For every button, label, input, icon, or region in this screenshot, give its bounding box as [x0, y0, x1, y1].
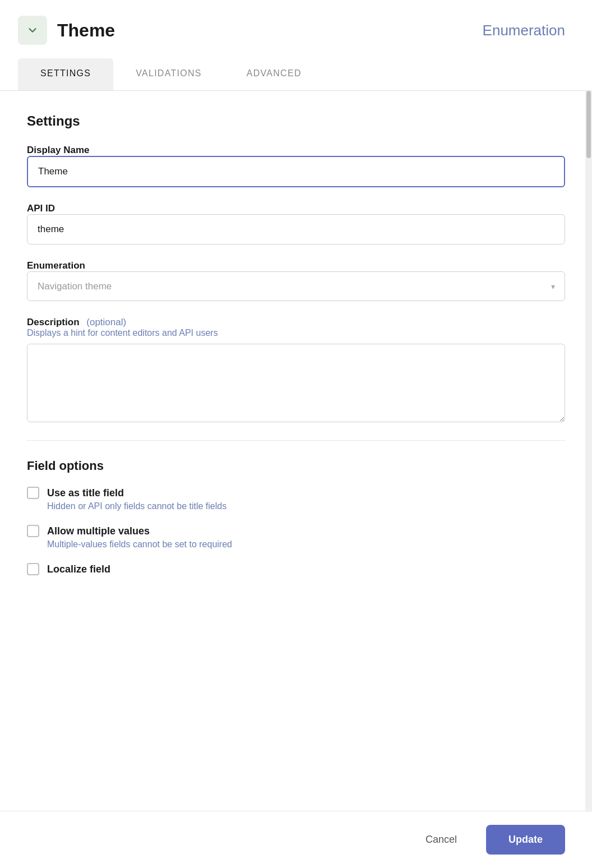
tab-bar: SETTINGS VALIDATIONS ADVANCED	[0, 58, 592, 91]
localize-label: Localize field	[47, 564, 110, 575]
allow-multiple-option: Allow multiple values Multiple-values fi…	[27, 525, 565, 550]
allow-multiple-label: Allow multiple values	[47, 525, 150, 537]
localize-option: Localize field	[27, 563, 565, 580]
api-id-field-group: API ID	[27, 203, 565, 244]
optional-label: (optional)	[86, 317, 126, 327]
allow-multiple-checkbox[interactable]	[27, 525, 39, 537]
field-type-label: Enumeration	[483, 22, 565, 39]
page-title: Theme	[57, 20, 115, 41]
description-textarea[interactable]	[27, 344, 565, 422]
scrollbar-thumb	[586, 91, 591, 158]
modal-footer: Cancel Update	[0, 811, 592, 868]
use-as-title-desc: Hidden or API only fields cannot be titl…	[47, 501, 565, 511]
use-as-title-option: Use as title field Hidden or API only fi…	[27, 487, 565, 511]
use-as-title-label: Use as title field	[47, 487, 124, 499]
display-name-input[interactable]	[27, 156, 565, 187]
display-name-field-group: Display Name	[27, 145, 565, 187]
description-label: Description (optional)	[27, 317, 126, 327]
update-button[interactable]: Update	[486, 825, 565, 855]
allow-multiple-desc: Multiple-values fields cannot be set to …	[47, 539, 565, 550]
field-options-title: Field options	[27, 459, 565, 473]
enumeration-select[interactable]: Navigation theme	[27, 271, 565, 301]
field-type-icon	[18, 16, 47, 45]
tab-validations[interactable]: VALIDATIONS	[113, 58, 224, 90]
tab-advanced[interactable]: ADVANCED	[224, 58, 324, 90]
description-label-text: Description	[27, 317, 80, 327]
tab-settings[interactable]: SETTINGS	[18, 58, 113, 90]
field-options-group: Use as title field Hidden or API only fi…	[27, 487, 565, 580]
use-as-title-checkbox[interactable]	[27, 487, 39, 499]
main-content: Settings Display Name API ID Enumeration…	[0, 91, 592, 811]
description-hint: Displays a hint for content editors and …	[27, 328, 565, 338]
section-divider	[27, 440, 565, 441]
cancel-button[interactable]: Cancel	[408, 825, 475, 855]
enumeration-label: Enumeration	[27, 260, 85, 271]
api-id-input[interactable]	[27, 214, 565, 244]
enumeration-select-wrapper: Navigation theme ▾	[27, 271, 565, 301]
settings-section-title: Settings	[27, 113, 565, 129]
enumeration-field-group: Enumeration Navigation theme ▾	[27, 260, 565, 301]
localize-checkbox[interactable]	[27, 563, 39, 575]
description-field-group: Description (optional) Displays a hint f…	[27, 317, 565, 424]
display-name-label: Display Name	[27, 145, 90, 155]
api-id-label: API ID	[27, 203, 55, 214]
scrollbar[interactable]	[585, 90, 592, 812]
modal-header: Theme Enumeration	[0, 0, 592, 58]
